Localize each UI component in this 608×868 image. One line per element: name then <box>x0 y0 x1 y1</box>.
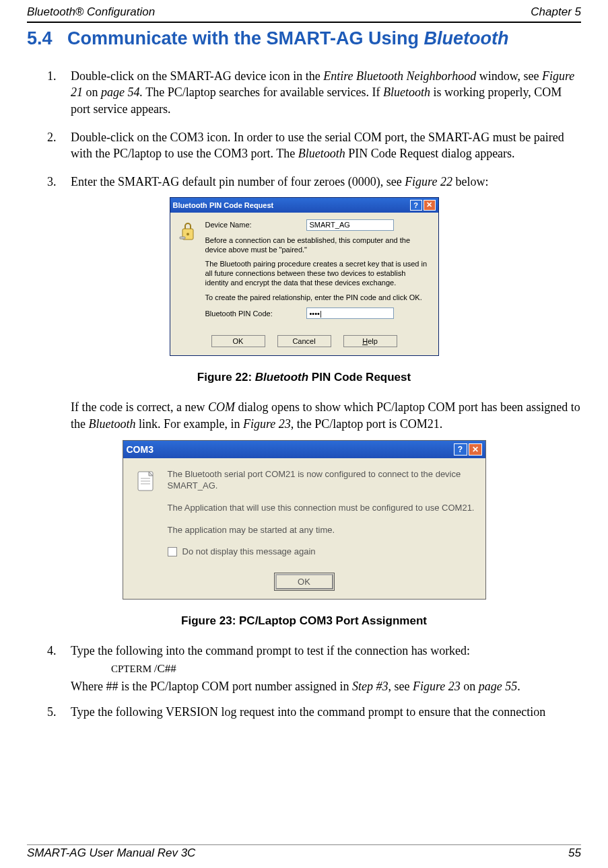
text: window, see <box>476 69 542 83</box>
text: , see <box>388 680 412 693</box>
header-left: Bluetooth® Configuration <box>27 5 155 19</box>
device-name-row: Device Name: SMART_AG <box>205 219 430 231</box>
caption-italic: Bluetooth <box>255 371 308 384</box>
step-5: 5. Type the following VERSION log reques… <box>47 704 581 720</box>
text-italic: Figure 22 <box>405 175 452 188</box>
figure-22-wrap: Bluetooth PIN Code Request ? ✕ Device Na… <box>27 197 581 357</box>
text: on <box>83 85 101 99</box>
text: below: <box>452 175 489 188</box>
device-name-label: Device Name: <box>205 221 306 229</box>
text: on <box>461 680 479 693</box>
help-icon[interactable]: ? <box>454 443 467 456</box>
device-name-input[interactable]: SMART_AG <box>306 219 394 231</box>
dialog-para: To create the paired relationship, enter… <box>205 293 430 303</box>
svg-point-1 <box>187 233 189 236</box>
pin-code-row: Bluetooth PIN Code: ••••| <box>205 308 430 319</box>
cancel-button[interactable]: Cancel <box>277 335 331 347</box>
help-icon[interactable]: ? <box>410 200 422 211</box>
figure-22-caption: Figure 22: Bluetooth PIN Code Request <box>27 371 581 384</box>
cmd-rest: /C## <box>154 662 176 675</box>
page-footer: SMART-AG User Manual Rev 3C 55 <box>27 844 581 860</box>
text: Type the following into the command prom… <box>71 644 470 657</box>
lock-key-icon <box>178 219 197 244</box>
text-italic: Figure 23 <box>413 680 461 693</box>
step-4: 4. Type the following into the command p… <box>47 643 581 659</box>
figure-23-wrap: COM3 ? ✕ The Bluetooth serial port COM21… <box>27 440 581 600</box>
caption-post: PIN Code Request <box>308 371 411 384</box>
svg-rect-2 <box>180 237 185 239</box>
command-text: CPTERM /C## <box>27 662 581 676</box>
text-italic: COM <box>208 400 235 414</box>
footer-left: SMART-AG User Manual Rev 3C <box>27 846 195 860</box>
dialog-fields: The Bluetooth serial port COM21 is now c… <box>168 469 475 563</box>
dialog-para: The Application that will use this conne… <box>168 503 475 514</box>
step-number: 1. <box>47 68 71 117</box>
dialog-titlebar: Bluetooth PIN Code Request ? ✕ <box>170 198 438 213</box>
checkbox-label: Do not display this message again <box>182 546 316 556</box>
text: link. For example, in <box>136 417 243 431</box>
step-number: 2. <box>47 129 71 162</box>
footer-right: 55 <box>568 846 581 860</box>
dialog-para: The application may be started at any ti… <box>168 525 475 536</box>
section-number: 5.4 <box>27 28 53 48</box>
page-header: Bluetooth® Configuration Chapter 5 <box>27 0 581 23</box>
dialog-fields: Device Name: SMART_AG Before a connectio… <box>205 219 430 325</box>
help-underline: H <box>362 337 368 345</box>
dialog-para: The Bluetooth serial port COM21 is now c… <box>168 469 475 492</box>
after-figure-22-text: If the code is correct, a new COM dialog… <box>27 399 581 432</box>
dialog-button-row: OK <box>123 569 485 599</box>
titlebar-buttons: ? ✕ <box>454 443 482 456</box>
dialog-title: Bluetooth PIN Code Request <box>173 201 274 209</box>
step-3: 3. Enter the SMART-AG default pin number… <box>47 174 581 190</box>
text-italic: Bluetooth <box>383 85 430 99</box>
steps-list-cont: 4. Type the following into the command p… <box>27 643 581 659</box>
close-icon[interactable]: ✕ <box>424 200 436 211</box>
text-italic: Bluetooth <box>89 417 136 431</box>
cmd-small: CPTERM <box>111 663 154 674</box>
text-italic: Bluetooth <box>298 147 345 160</box>
text: The PC/laptop searches for available ser… <box>143 85 383 99</box>
dialog-button-row: OK Cancel Help <box>170 331 438 355</box>
text: , the PC/laptop port is COM21. <box>291 417 443 431</box>
step-content: Double-click on the COM3 icon. In order … <box>71 129 581 162</box>
text-italic: page 54. <box>101 85 143 99</box>
step-content: Double-click on the SMART-AG device icon… <box>71 68 581 117</box>
text-italic: Entire Bluetooth Neighborhood <box>323 69 476 83</box>
step-content: Type the following VERSION log request i… <box>71 704 581 720</box>
text: Enter the SMART-AG default pin number of… <box>71 175 405 188</box>
text: . <box>517 680 520 693</box>
step-number: 4. <box>47 643 71 659</box>
com3-dialog: COM3 ? ✕ The Bluetooth serial port COM21… <box>123 440 486 600</box>
caption-pre: Figure 22: <box>197 371 255 384</box>
steps-list: 1. Double-click on the SMART-AG device i… <box>27 68 581 190</box>
text-italic: page 55 <box>479 680 518 693</box>
do-not-display-checkbox[interactable] <box>168 547 177 556</box>
steps-list-cont2: 5. Type the following VERSION log reques… <box>27 704 581 720</box>
figure-23-caption: Figure 23: PC/Laptop COM3 Port Assignmen… <box>27 614 581 628</box>
dialog-titlebar: COM3 ? ✕ <box>123 441 485 458</box>
dialog-para: Before a connection can be established, … <box>205 236 430 255</box>
header-right: Chapter 5 <box>531 5 581 19</box>
step-content: Type the following into the command prom… <box>71 643 581 659</box>
dialog-body: The Bluetooth serial port COM21 is now c… <box>123 458 485 569</box>
pin-code-input[interactable]: ••••| <box>306 308 394 319</box>
step-content: Enter the SMART-AG default pin number of… <box>71 174 581 190</box>
bluetooth-pin-dialog: Bluetooth PIN Code Request ? ✕ Device Na… <box>170 197 439 357</box>
text-italic: Figure 23 <box>243 417 291 431</box>
text: If the code is correct, a new <box>71 400 208 414</box>
text: Where ## is the PC/laptop COM port numbe… <box>71 680 352 693</box>
step-number: 3. <box>47 174 71 190</box>
text: PIN Code Request dialog appears. <box>345 147 515 160</box>
ok-button[interactable]: OK <box>211 335 265 347</box>
checkbox-row: Do not display this message again <box>168 546 475 556</box>
ok-button[interactable]: OK <box>275 574 333 589</box>
help-rest: elp <box>368 337 378 345</box>
section-title: 5.4 Communicate with the SMART-AG Using … <box>27 28 581 49</box>
step-1: 1. Double-click on the SMART-AG device i… <box>47 68 581 117</box>
dialog-para: The Bluetooth pairing procedure creates … <box>205 260 430 287</box>
document-info-icon <box>134 469 158 493</box>
dialog-body: Device Name: SMART_AG Before a connectio… <box>170 213 438 332</box>
step-2: 2. Double-click on the COM3 icon. In ord… <box>47 129 581 162</box>
help-button[interactable]: Help <box>343 335 397 347</box>
close-icon[interactable]: ✕ <box>469 443 482 456</box>
